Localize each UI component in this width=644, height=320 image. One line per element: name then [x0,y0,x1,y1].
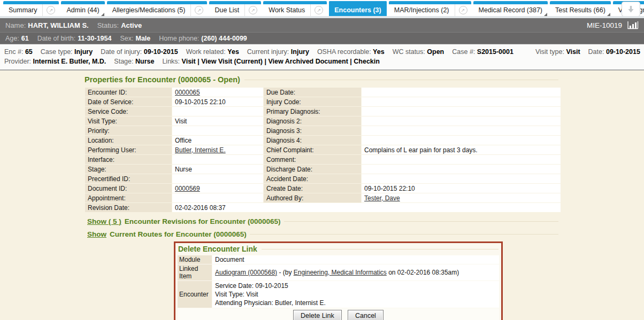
prop-value: Butler, Internist E. [172,145,263,154]
prop-label: Document ID: [85,184,172,193]
table-row: Stage: Nurse Discharge Date: [85,165,561,174]
cancel-button[interactable]: Cancel [348,310,384,320]
link-view-archived-document[interactable]: View Archived Document [268,58,348,65]
tab-due-list[interactable]: Due List ↗ [209,1,261,16]
popout-icon: ↗ [47,6,55,14]
patient-sex: Male [135,35,150,42]
popout-icon: ↗ [249,6,257,14]
tab-label: MAR/Injections (2) [389,1,455,16]
delete-link-table: Module Document Linked Item Audiogram (0… [177,255,500,320]
table-row: Document ID: 0000569 Create Date: 09-10-… [85,184,561,193]
prop-value [172,174,263,183]
encounter-info-strip: Enc #: 65 Case type: Injury Date of inju… [0,44,644,71]
prop-label: Encounter ID: [85,88,172,97]
tab-work-status[interactable]: Work Status ↗ [263,1,327,16]
tab-popout-button[interactable]: ↗ [310,1,327,16]
prop-value: 09-10-2015 22:10 [362,184,561,193]
table-row: Location: Office Diagnosis 4: [85,136,561,145]
table-row: Module Document [178,255,499,264]
prop-value [362,116,561,126]
tab-encounters-active[interactable]: Encounters (3) [329,1,387,16]
show-routes-link[interactable]: Show [87,230,106,238]
table-row: Precertified ID: Accident Date: [85,174,561,183]
link-checkin[interactable]: Checkin [354,58,380,65]
encounter-details: Service Date: 09-10-2015 Visit Type: Vis… [212,281,499,308]
properties-heading: Properties for Encounter (0000065 - Open… [85,75,558,84]
audiogram-document-link[interactable]: Audiogram (0000568) [215,269,277,276]
tab-label: Due List [209,1,244,16]
prop-value [362,136,561,145]
patient-phone: (260) 444-0099 [201,35,247,42]
show-revisions-link[interactable]: Show ( 5 ) [87,217,121,225]
table-row: Appointment: Authored By: Tester, Dave [85,193,561,202]
info-pair: Current injury: Injury [247,48,309,56]
section-encounter-revisions: Show ( 5 ) Encounter Revisions for Encou… [87,217,558,225]
encounter-info-row1: Enc #: 65 Case type: Injury Date of inju… [4,47,640,57]
main-content: Properties for Encounter (0000065 - Open… [0,71,644,320]
chart-icon[interactable] [627,21,639,29]
tab-test-results[interactable]: Test Results (66) [550,1,611,16]
prop-label: Appointment: [85,193,172,202]
prop-label: Performing User: [85,145,172,154]
encounter-visit-type: Visit Type: Visit [215,290,496,299]
info-pair: Work related: Yes [186,48,239,56]
prop-label: Due Date: [264,88,361,97]
info-pair: Stage: Nurse [114,58,154,65]
info-pair: Provider: Internist E. Butler, M.D. [4,58,106,65]
patient-header-bar: Name: HART, WILLIAM S. Status: Active MI… [0,18,644,33]
prop-label: Stage: [85,165,172,174]
performing-user-link[interactable]: Butler, Internist E. [175,146,226,154]
prop-label: Comment: [264,155,361,164]
table-row: Service Code: Primary Diagnosis: [85,107,561,116]
prop-label: Diagnosis 2: [264,116,361,126]
dob-label: Date of birth: [37,35,76,42]
encounter-label: Encounter [178,281,212,308]
tab-popout-button[interactable]: ↗ [455,1,471,16]
down-arrow-icon [627,5,635,13]
table-row: Delete Link Cancel [178,308,499,320]
link-separator: | [263,58,268,65]
encounter-id-link[interactable]: 0000065 [175,89,200,96]
tab-mar-injections[interactable]: MAR/Injections (2) ↗ [389,1,471,16]
delete-link-button[interactable]: Delete Link [293,310,342,320]
patient-age: 61 [21,35,29,42]
chart-id: MIE-10019 [587,21,622,29]
links-group: Links: Visit | View Visit (Current) | Vi… [162,58,380,65]
tab-scroll-right-button[interactable] [622,2,640,17]
table-row: Encounter ID: 0000065 Due Date: [85,88,561,97]
tab-medical-record[interactable]: Medical Record (387) [473,1,548,16]
prop-value: 02-02-2016 08:37 [172,203,561,212]
linked-item-value: Audiogram (0000568) - (by Engineering, M… [212,264,499,280]
prop-value: Nurse [172,165,263,174]
authored-by-link[interactable]: Tester, Dave [364,194,400,202]
name-label: Name: [5,21,26,29]
tab-summary[interactable]: Summary ↗ [3,1,59,16]
prop-label: Primary Diagnosis: [264,107,361,116]
prop-value: 09-10-2015 22:10 [172,97,263,106]
module-label: Module [178,255,212,264]
tab-admin[interactable]: Admin (44) [61,1,104,16]
prop-label: Revision Date: [85,203,172,212]
prop-label: Service Code: [85,107,172,116]
tab-popout-button[interactable]: ↗ [244,1,261,16]
document-id-link[interactable]: 0000569 [175,185,200,192]
link-visit[interactable]: Visit [182,58,196,65]
prop-label: Accident Date: [264,174,361,183]
encounter-info-row2: Provider: Internist E. Butler, M.D. Stag… [4,57,640,66]
tab-label: Test Results (66) [550,1,611,16]
info-pair: Date: 09-10-2015 [588,48,640,56]
tab-label: Allergies/Medications (5) [107,1,191,16]
patient-name: HART, WILLIAM S. [28,21,88,29]
prop-label: Discharge Date: [264,165,361,174]
tab-allergies-medications[interactable]: Allergies/Medications (5) ↗ [107,1,208,16]
link-view-visit-current[interactable]: View Visit (Current) [201,58,263,65]
prop-label: Injury Code: [264,97,361,106]
popout-icon: ↗ [195,6,203,14]
info-pair: Enc #: 65 [4,48,33,56]
linked-by-user-link[interactable]: Engineering, Medical Informatics [294,269,387,276]
prop-value [362,88,561,97]
delete-dialog-title: Delete Encounter Link [178,245,257,253]
tab-popout-button[interactable]: ↗ [42,1,59,16]
tab-popout-button[interactable]: ↗ [190,1,207,16]
tab-bar: Summary ↗ Admin (44) Allergies/Medicatio… [0,0,644,18]
